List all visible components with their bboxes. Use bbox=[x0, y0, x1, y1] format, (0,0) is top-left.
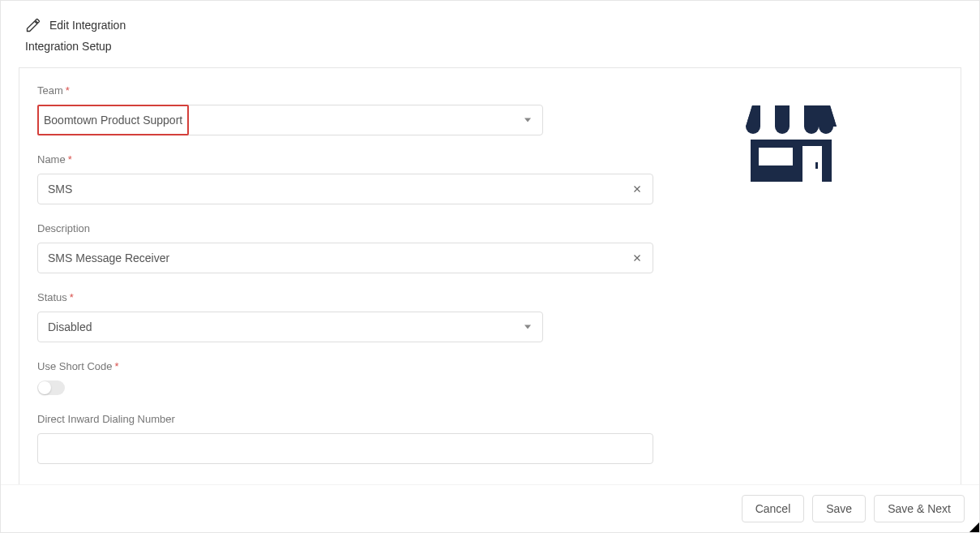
save-button[interactable]: Save bbox=[812, 495, 866, 522]
team-value-highlight: Boomtown Product Support bbox=[37, 105, 189, 135]
did-field-group: Direct Inward Dialing Number bbox=[37, 413, 661, 464]
status-select[interactable]: Disabled bbox=[37, 312, 543, 342]
team-select[interactable]: Boomtown Product Support bbox=[37, 105, 543, 135]
shortcode-field-group: Use Short Code* bbox=[37, 360, 661, 395]
shortcode-toggle[interactable] bbox=[37, 380, 65, 395]
shortcode-label-text: Use Short Code bbox=[37, 360, 113, 372]
svg-marker-9 bbox=[760, 105, 775, 127]
required-asterisk: * bbox=[68, 153, 72, 165]
svg-rect-19 bbox=[802, 146, 822, 182]
svg-marker-7 bbox=[804, 105, 819, 127]
team-label-text: Team bbox=[37, 84, 63, 97]
chevron-down-icon bbox=[524, 118, 531, 123]
description-label-text: Description bbox=[37, 222, 90, 234]
team-select-value: Boomtown Product Support bbox=[44, 114, 182, 127]
cancel-button[interactable]: Cancel bbox=[742, 495, 805, 522]
svg-marker-6 bbox=[775, 105, 790, 127]
status-field-group: Status* Disabled bbox=[37, 291, 661, 342]
name-label-text: Name bbox=[37, 153, 66, 165]
shortcode-label: Use Short Code* bbox=[37, 360, 661, 372]
did-label-text: Direct Inward Dialing Number bbox=[37, 413, 175, 425]
svg-rect-20 bbox=[815, 162, 818, 169]
pencil-icon bbox=[25, 17, 41, 33]
description-input[interactable]: SMS Message Receiver bbox=[37, 243, 653, 273]
name-input-value: SMS bbox=[48, 183, 72, 196]
svg-marker-8 bbox=[819, 105, 837, 127]
edit-integration-page: Edit Integration Integration Setup Team*… bbox=[0, 0, 980, 533]
save-next-button[interactable]: Save & Next bbox=[874, 495, 965, 522]
page-header: Edit Integration bbox=[1, 1, 979, 40]
required-asterisk: * bbox=[70, 291, 74, 303]
chevron-down-icon bbox=[524, 325, 531, 329]
name-label: Name* bbox=[37, 153, 661, 165]
team-label: Team* bbox=[37, 84, 661, 97]
toggle-knob bbox=[38, 381, 51, 394]
status-label-text: Status bbox=[37, 291, 67, 303]
integration-form-panel: Team* Boomtown Product Support Name* SMS bbox=[19, 67, 961, 489]
svg-marker-10 bbox=[790, 105, 804, 127]
form-column: Team* Boomtown Product Support Name* SMS bbox=[37, 84, 661, 464]
page-title: Edit Integration bbox=[49, 19, 126, 32]
clear-icon[interactable] bbox=[630, 182, 644, 196]
svg-rect-12 bbox=[759, 148, 793, 165]
svg-marker-5 bbox=[746, 105, 760, 127]
description-input-value: SMS Message Receiver bbox=[48, 251, 169, 264]
team-field-group: Team* Boomtown Product Support bbox=[37, 84, 661, 135]
required-asterisk: * bbox=[115, 360, 119, 372]
status-label: Status* bbox=[37, 291, 661, 303]
description-label: Description bbox=[37, 222, 661, 234]
resize-handle-icon[interactable] bbox=[968, 521, 979, 532]
name-field-group: Name* SMS bbox=[37, 153, 661, 204]
required-asterisk: * bbox=[66, 84, 70, 97]
page-subtitle: Integration Setup bbox=[1, 40, 979, 67]
did-label: Direct Inward Dialing Number bbox=[37, 413, 661, 425]
name-input[interactable]: SMS bbox=[37, 174, 653, 204]
did-input[interactable] bbox=[37, 433, 653, 464]
description-field-group: Description SMS Message Receiver bbox=[37, 222, 661, 273]
illustration-column bbox=[661, 84, 840, 464]
clear-icon[interactable] bbox=[630, 251, 644, 265]
footer-action-bar: Cancel Save Save & Next bbox=[1, 484, 979, 532]
storefront-icon bbox=[742, 178, 840, 191]
status-select-value: Disabled bbox=[48, 320, 92, 333]
